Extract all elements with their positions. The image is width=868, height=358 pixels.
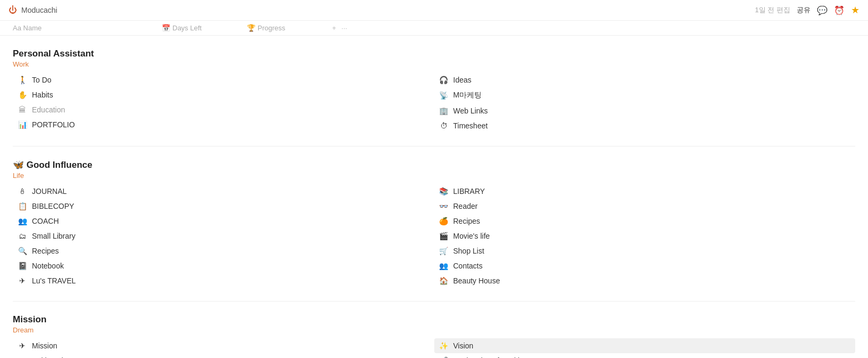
list-item-biblecopy[interactable]: 📋BIBLECOPY xyxy=(13,199,434,214)
group-header-personal-assistant: Personal AssistantWork xyxy=(13,48,855,68)
list-item-movieslife[interactable]: 🎬Movie's life xyxy=(434,229,856,243)
power-icon[interactable]: ⏻ xyxy=(9,5,17,15)
group-title-mission[interactable]: Mission xyxy=(13,314,855,325)
list-item-todo[interactable]: 🚶To Do xyxy=(13,72,434,87)
share-button[interactable]: 공유 xyxy=(797,5,811,15)
habits-label: Habits xyxy=(32,91,53,99)
items-right-good-influence: 📚LIBRARY👓Reader🍊Recipes🎬Movie's life🛒Sho… xyxy=(434,184,856,288)
coach-label: COACH xyxy=(32,217,59,225)
more-options-button[interactable]: ··· xyxy=(342,24,348,32)
add-column-button[interactable]: + xyxy=(332,24,336,32)
education-icon: 🏛 xyxy=(17,105,28,114)
days-left-label: Days Left xyxy=(172,24,202,32)
shoplist-label: Shop List xyxy=(453,247,484,255)
vision-label: Vision xyxy=(453,341,474,350)
todo-label: To Do xyxy=(32,76,52,84)
group-personal-assistant: Personal AssistantWork🚶To Do✋Habits🏛Educ… xyxy=(13,36,855,147)
topbar-right: 1일 전 편집 공유 💬 ⏰ ★ xyxy=(755,4,859,16)
list-item-shoplist[interactable]: 🛒Shop List xyxy=(434,243,856,258)
biblecopy-label: BIBLECOPY xyxy=(32,202,74,210)
list-item-marketing[interactable]: 📡M마케팅 xyxy=(434,87,856,103)
notebook-label: Notebook xyxy=(32,262,64,270)
mission-label: Mission xyxy=(32,341,57,350)
items-grid-mission: ✈Mission✏Writing Therapy✨Vision🎤Declarat… xyxy=(13,338,855,358)
coach-icon: 👥 xyxy=(17,217,28,225)
recipes2-icon: 🍊 xyxy=(439,217,449,225)
ideas-label: Ideas xyxy=(453,76,472,84)
column-headers: Aa Name 📅 Days Left 🏆 Progress + ··· xyxy=(0,21,868,36)
list-item-timesheet[interactable]: ⏱Timesheet xyxy=(434,118,856,133)
todo-icon: 🚶 xyxy=(17,76,28,84)
calendar-icon: 📅 xyxy=(162,24,170,32)
movieslife-icon: 🎬 xyxy=(439,232,449,240)
list-item-recipes[interactable]: 🔍Recipes xyxy=(13,243,434,258)
list-item-recipes2[interactable]: 🍊Recipes xyxy=(434,214,856,229)
group-title-personal-assistant[interactable]: Personal Assistant xyxy=(13,48,855,59)
biblecopy-icon: 📋 xyxy=(17,202,28,210)
items-right-personal-assistant: 🎧Ideas📡M마케팅🏢Web Links⏱Timesheet xyxy=(434,72,856,133)
list-item-declaration[interactable]: 🎤Declaration of Positive xyxy=(434,353,856,358)
portfolio-label: PORTFOLIO xyxy=(32,120,75,129)
recipes2-label: Recipes xyxy=(453,217,481,225)
list-item-smalllibrary[interactable]: 🗂Small Library xyxy=(13,229,434,243)
name-col-label: Aa Name xyxy=(13,24,42,32)
marketing-icon: 📡 xyxy=(439,91,449,100)
list-item-ideas[interactable]: 🎧Ideas xyxy=(434,72,856,87)
beautyhouse-label: Beauty House xyxy=(453,276,500,285)
list-item-notebook[interactable]: 📓Notebook xyxy=(13,258,434,273)
list-item-portfolio[interactable]: 📊PORTFOLIO xyxy=(13,117,434,132)
col-actions-header: + ··· xyxy=(332,24,347,32)
lustravel-icon: ✈ xyxy=(17,276,28,285)
smalllibrary-icon: 🗂 xyxy=(17,232,28,240)
topbar: ⏻ Moducachi 1일 전 편집 공유 💬 ⏰ ★ xyxy=(0,0,868,21)
list-item-library[interactable]: 📚LIBRARY xyxy=(434,184,856,199)
education-label: Education xyxy=(32,105,65,114)
list-item-vision[interactable]: ✨Vision xyxy=(434,338,856,353)
star-icon[interactable]: ★ xyxy=(851,4,859,16)
habits-icon: ✋ xyxy=(17,91,28,99)
list-item-habits[interactable]: ✋Habits xyxy=(13,87,434,102)
contacts-icon: 👥 xyxy=(439,262,449,270)
timesheet-icon: ⏱ xyxy=(439,121,449,130)
library-label: LIBRARY xyxy=(453,187,485,196)
chat-icon[interactable]: 💬 xyxy=(817,5,828,15)
topbar-left: ⏻ Moducachi xyxy=(9,5,57,15)
reader-icon: 👓 xyxy=(439,202,449,210)
group-good-influence: 🦋 Good InfluenceLife🕯JOURNAL📋BIBLECOPY👥C… xyxy=(13,147,855,302)
group-mission: MissionDream✈Mission✏Writing Therapy✨Vis… xyxy=(13,302,855,358)
journal-icon: 🕯 xyxy=(17,187,28,196)
edit-info: 1일 전 편집 xyxy=(755,5,790,15)
ideas-icon: 🎧 xyxy=(439,76,449,84)
weblinks-label: Web Links xyxy=(453,107,488,115)
recipes-icon: 🔍 xyxy=(17,247,28,255)
shoplist-icon: 🛒 xyxy=(439,247,449,255)
list-item-journal[interactable]: 🕯JOURNAL xyxy=(13,184,434,199)
group-subtitle-personal-assistant: Work xyxy=(13,60,855,68)
trophy-icon: 🏆 xyxy=(247,24,255,32)
vision-icon: ✨ xyxy=(439,341,449,350)
clock-icon[interactable]: ⏰ xyxy=(834,5,845,15)
list-item-education[interactable]: 🏛Education xyxy=(13,102,434,117)
items-left-mission: ✈Mission✏Writing Therapy xyxy=(13,338,434,358)
list-item-writingtherapy[interactable]: ✏Writing Therapy xyxy=(13,353,434,358)
app-name: Moducachi xyxy=(21,6,57,14)
items-left-good-influence: 🕯JOURNAL📋BIBLECOPY👥COACH🗂Small Library🔍R… xyxy=(13,184,434,288)
group-title-good-influence[interactable]: 🦋 Good Influence xyxy=(13,159,855,170)
list-item-coach[interactable]: 👥COACH xyxy=(13,214,434,229)
lustravel-label: Lu's TRAVEL xyxy=(32,276,76,285)
list-item-reader[interactable]: 👓Reader xyxy=(434,199,856,214)
list-item-beautyhouse[interactable]: 🏠Beauty House xyxy=(434,273,856,288)
contacts-label: Contacts xyxy=(453,262,483,270)
list-item-lustravel[interactable]: ✈Lu's TRAVEL xyxy=(13,273,434,288)
recipes-label: Recipes xyxy=(32,247,59,255)
smalllibrary-label: Small Library xyxy=(32,232,76,240)
journal-label: JOURNAL xyxy=(32,187,67,196)
weblinks-icon: 🏢 xyxy=(439,107,449,115)
mission-icon: ✈ xyxy=(17,341,28,350)
list-item-weblinks[interactable]: 🏢Web Links xyxy=(434,103,856,118)
content: Personal AssistantWork🚶To Do✋Habits🏛Educ… xyxy=(0,36,868,358)
list-item-contacts[interactable]: 👥Contacts xyxy=(434,258,856,273)
marketing-label: M마케팅 xyxy=(453,91,482,100)
col-progress-header: 🏆 Progress xyxy=(247,24,332,32)
list-item-mission[interactable]: ✈Mission xyxy=(13,338,434,353)
